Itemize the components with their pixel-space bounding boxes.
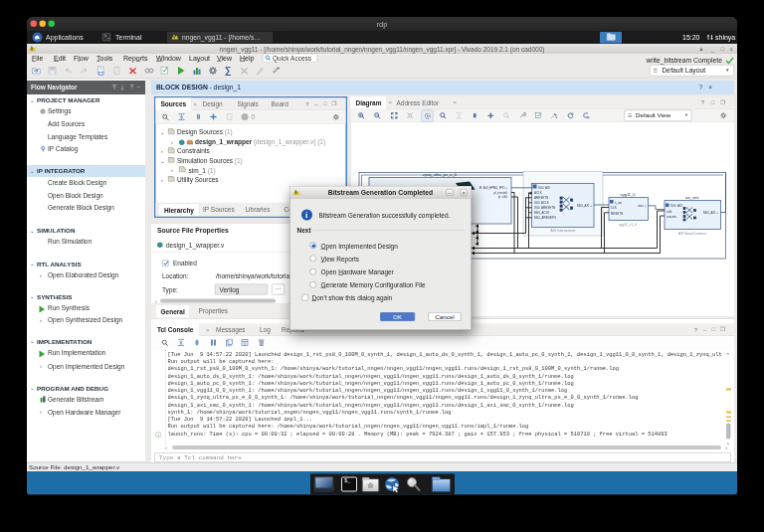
- svg-text:M00_ACLK: M00_ACLK: [534, 211, 549, 215]
- svg-text:AXI Interconnect: AXI Interconnect: [550, 229, 575, 233]
- svg-text:M00_AXI +: M00_AXI +: [703, 211, 718, 215]
- svg-text:AXI SmartConnect: AXI SmartConnect: [678, 232, 706, 236]
- svg-text:RESETN: RESETN: [611, 212, 623, 216]
- svg-text:vgg11_0: vgg11_0: [620, 192, 636, 197]
- svg-text:S00_ACLK: S00_ACLK: [534, 201, 549, 205]
- svg-text:CLK: CLK: [611, 206, 617, 210]
- svg-text:ACLK: ACLK: [534, 191, 542, 195]
- svg-text:M00_ARESETN: M00_ARESETN: [534, 216, 556, 220]
- svg-text:s_axi: s_axi: [615, 201, 622, 205]
- svg-text:vgg11_v1_0: vgg11_v1_0: [619, 223, 637, 227]
- svg-text:axi_smc: axi_smc: [685, 195, 700, 200]
- svg-text:zynq_ultra_ps_e_0: zynq_ultra_ps_e_0: [423, 172, 458, 177]
- svg-text:pl_clk0: pl_clk0: [498, 195, 507, 199]
- svg-text:pl_resetn0: pl_resetn0: [494, 191, 508, 195]
- svg-text:M_AXI_HPM0_FPD +: M_AXI_HPM0_FPD +: [479, 186, 508, 190]
- svg-text:ARESETN: ARESETN: [534, 196, 548, 200]
- svg-text:S00_AXI: S00_AXI: [670, 204, 682, 208]
- svg-text:mac +: mac +: [638, 204, 647, 208]
- svg-text:S00_ARESETN: S00_ARESETN: [534, 206, 555, 210]
- svg-text:aclk: aclk: [667, 210, 672, 214]
- svg-text:aresetn: aresetn: [667, 215, 676, 219]
- svg-text:S00_AXI: S00_AXI: [538, 186, 550, 190]
- svg-text:M00_AXI +: M00_AXI +: [577, 204, 592, 208]
